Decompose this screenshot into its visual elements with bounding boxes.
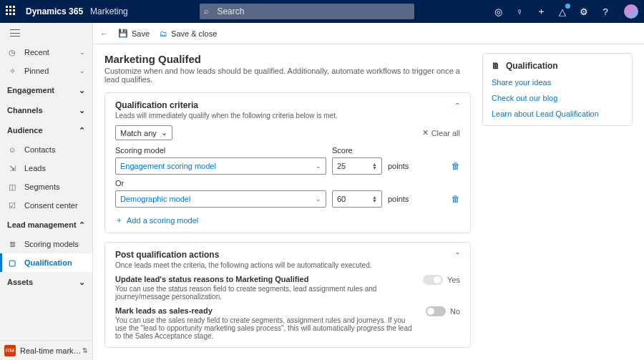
page-description: Customize when and how leads should be q… <box>104 67 471 84</box>
action-2-title: Mark leads as sales-ready <box>115 306 417 315</box>
pin-icon: ✧ <box>7 67 17 76</box>
consent-icon: ☑ <box>7 201 17 210</box>
qualification-icon: ▢ <box>7 258 17 268</box>
sidebar-item-pinned[interactable]: ✧Pinned⌄ <box>0 62 92 80</box>
segments-icon: ◫ <box>7 183 17 192</box>
chevron-down-icon: ⌄ <box>316 195 321 203</box>
save-button[interactable]: 💾Save <box>118 29 150 38</box>
search-input[interactable] <box>200 4 414 19</box>
sidebar-item-segments[interactable]: ◫Segments <box>0 177 92 196</box>
avatar[interactable] <box>624 4 638 19</box>
chevron-down-icon: ⌄ <box>79 106 85 115</box>
area-icon: RM <box>4 345 16 356</box>
actions-title: Post qualification actions <box>115 250 454 260</box>
chevron-down-icon: ⌄ <box>316 162 321 170</box>
action-2-toggle[interactable] <box>426 306 446 316</box>
delete-row-button-1[interactable]: 🗑 <box>452 161 460 171</box>
action-1-desc: You can use the status reason field to c… <box>115 285 414 301</box>
spinner-icon[interactable]: ▲▼ <box>372 162 377 170</box>
sidebar-group-channels[interactable]: Channels⌄ <box>0 100 92 120</box>
score-input-2[interactable]: 60▲▼ <box>332 190 382 208</box>
sidebar: ◷Recent⌄ ✧Pinned⌄ Engagement⌄ Channels⌄ … <box>0 23 93 360</box>
sidebar-item-contacts[interactable]: ☺Contacts <box>0 140 92 159</box>
chevron-down-icon: ⌄ <box>79 86 85 95</box>
sidebar-group-lead-mgmt[interactable]: Lead management⌃ <box>0 215 92 235</box>
sidebar-group-engagement[interactable]: Engagement⌄ <box>0 80 92 100</box>
sidebar-item-recent[interactable]: ◷Recent⌄ <box>0 43 92 62</box>
back-button[interactable]: ← <box>100 29 108 38</box>
sidebar-item-qualification[interactable]: ▢Qualification <box>0 253 92 272</box>
help-panel: 🗎Qualification Share your ideas Check ou… <box>482 53 633 126</box>
back-icon: ← <box>100 29 108 38</box>
help-icon[interactable]: ? <box>600 6 611 17</box>
chevron-up-icon: ⌃ <box>79 220 85 230</box>
save-close-icon: 🗂 <box>160 29 167 38</box>
sidebar-item-consent[interactable]: ☑Consent center <box>0 196 92 215</box>
action-2-desc: You can use the sales ready field to cre… <box>115 316 417 340</box>
module-name: Marketing <box>90 6 128 16</box>
settings-icon[interactable]: ⚙ <box>578 6 590 17</box>
match-dropdown[interactable]: Match any⌄ <box>115 125 172 140</box>
score-label: Score <box>332 146 382 155</box>
top-navbar: Dynamics 365 Marketing ⌕ ◎ ♀ ＋ △ ⚙ ? <box>0 0 644 23</box>
person-icon: ☺ <box>7 145 17 154</box>
save-close-button[interactable]: 🗂Save & close <box>160 29 217 38</box>
action-1-toggle[interactable] <box>423 275 443 285</box>
action-1-toggle-label: Yes <box>447 276 460 284</box>
notifications-icon[interactable]: △ <box>557 6 568 17</box>
chevron-down-icon: ⌄ <box>79 49 85 56</box>
criteria-title: Qualification criteria <box>115 100 454 110</box>
scoring-model-dropdown-2[interactable]: Demographic model⌄ <box>115 190 326 208</box>
leads-icon: ⇲ <box>7 164 17 173</box>
search-icon: ⌕ <box>204 6 209 15</box>
spinner-icon[interactable]: ▲▼ <box>372 195 377 203</box>
delete-row-button-2[interactable]: 🗑 <box>452 194 460 204</box>
scoring-icon: ≣ <box>7 240 17 249</box>
save-icon: 💾 <box>118 29 128 38</box>
plus-icon: ＋ <box>115 215 123 225</box>
doc-icon: 🗎 <box>492 61 500 71</box>
actions-subtitle: Once leads meet the criteria, the follow… <box>115 261 460 269</box>
criteria-subtitle: Leads will immediately qualify when the … <box>115 112 460 120</box>
help-link-2[interactable]: Check out our blog <box>492 94 623 102</box>
chevron-up-icon: ⌃ <box>79 126 85 135</box>
chevron-down-icon: ⌄ <box>79 67 85 74</box>
brand-name: Dynamics 365 <box>26 6 83 16</box>
app-launcher-icon[interactable] <box>6 6 17 17</box>
clear-all-button[interactable]: ✕Clear all <box>422 128 460 137</box>
help-link-3[interactable]: Learn about Lead Qualification <box>492 110 623 118</box>
chevron-down-icon: ⌄ <box>161 128 167 137</box>
area-switcher[interactable]: RMReal-time marketi…⇅ <box>0 340 92 360</box>
scoring-model-label: Scoring model <box>115 146 326 155</box>
score-input-1[interactable]: 25▲▼ <box>332 157 382 175</box>
page-title: Marketing Qualifed <box>104 53 471 65</box>
add-icon[interactable]: ＋ <box>535 6 547 17</box>
action-2-toggle-label: No <box>450 307 460 316</box>
main-area: ← 💾Save 🗂Save & close Marketing Qualifed… <box>93 23 644 360</box>
sidebar-item-leads[interactable]: ⇲Leads <box>0 159 92 177</box>
sidebar-group-assets[interactable]: Assets⌄ <box>0 272 92 292</box>
scoring-model-dropdown-1[interactable]: Engagement scoring model⌄ <box>115 157 326 175</box>
post-qualification-card: Post qualification actions⌃ Once leads m… <box>104 242 471 348</box>
close-icon: ✕ <box>422 128 429 137</box>
command-bar: ← 💾Save 🗂Save & close <box>93 23 644 44</box>
collapse-icon[interactable]: ⌃ <box>454 251 460 259</box>
assistant-icon[interactable]: ◎ <box>492 6 504 17</box>
sidebar-group-audience[interactable]: Audience⌃ <box>0 120 92 140</box>
sidebar-item-scoring-models[interactable]: ≣Scoring models <box>0 235 92 253</box>
or-label: Or <box>115 179 460 188</box>
collapse-icon[interactable]: ⌃ <box>454 102 460 110</box>
updown-icon: ⇅ <box>82 347 88 354</box>
unit-label: points <box>388 195 409 203</box>
chevron-down-icon: ⌄ <box>79 278 85 287</box>
help-panel-title: Qualification <box>506 61 558 71</box>
qualification-criteria-card: Qualification criteria⌃ Leads will immed… <box>104 92 471 233</box>
action-1-title: Update lead's status reasons to Marketin… <box>115 275 414 283</box>
add-scoring-model-button[interactable]: ＋Add a scoring model <box>115 215 460 225</box>
lightbulb-icon[interactable]: ♀ <box>514 6 525 17</box>
sidebar-toggle[interactable] <box>0 23 92 43</box>
help-link-1[interactable]: Share your ideas <box>492 78 623 87</box>
clock-icon: ◷ <box>7 48 17 57</box>
unit-label: points <box>388 162 409 170</box>
